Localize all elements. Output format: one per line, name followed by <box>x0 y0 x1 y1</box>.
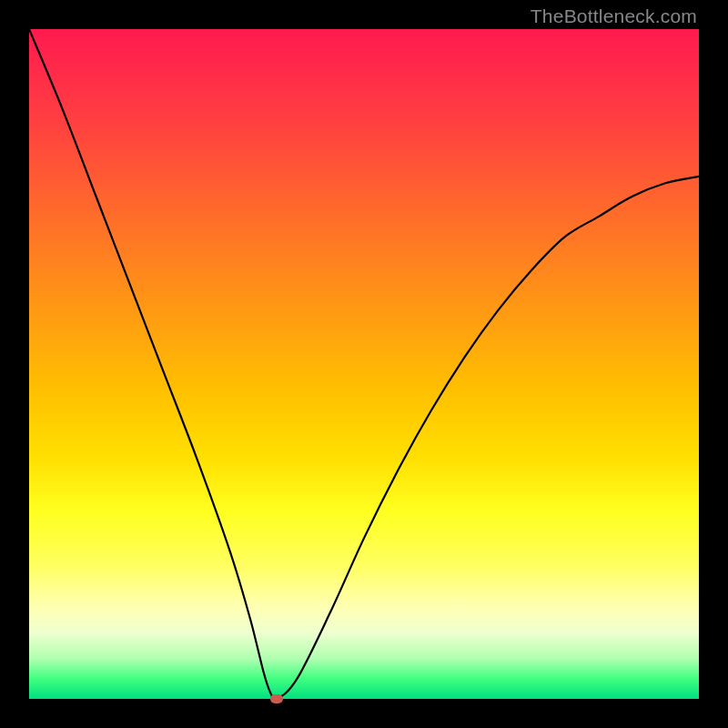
curve-svg <box>29 29 699 699</box>
watermark-text: TheBottleneck.com <box>531 5 697 27</box>
bottleneck-curve <box>29 29 699 699</box>
minimum-marker <box>270 694 283 703</box>
plot-area <box>29 29 699 699</box>
chart-frame: TheBottleneck.com <box>0 0 728 728</box>
